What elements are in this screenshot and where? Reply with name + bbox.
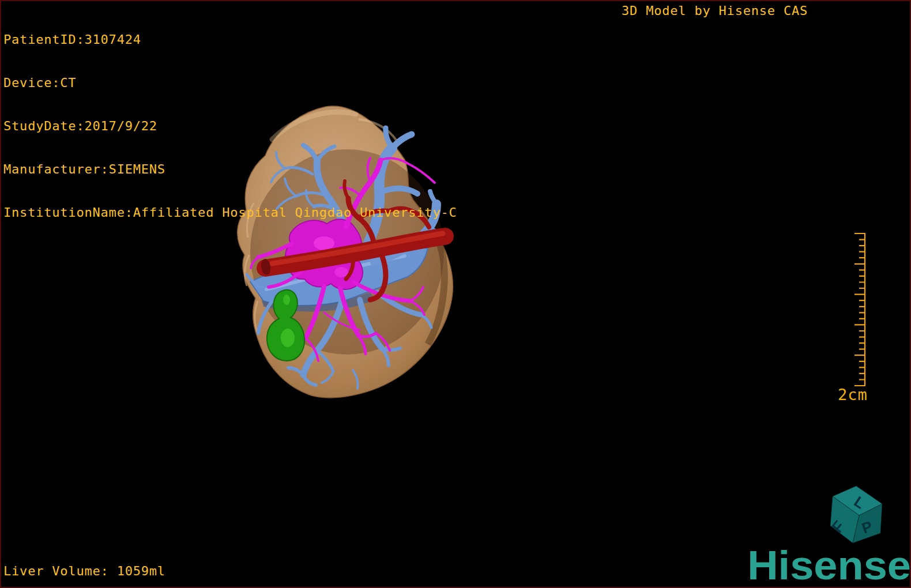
ruler-minor-ticks	[859, 240, 865, 380]
patient-id: PatientID:3107424	[3, 32, 457, 47]
ruler-scale-label: 2cm	[838, 386, 868, 404]
institution-name: InstitutionName:Affiliated Hospital Qing…	[3, 205, 457, 220]
liver-volume-readout: Liver Volume: 1059ml	[3, 564, 165, 578]
watermark-text: 3D Model by Hisense CAS	[622, 3, 808, 18]
hisense-logo: Hisense	[747, 545, 911, 586]
device: Device:CT	[3, 76, 457, 90]
study-date: StudyDate:2017/9/22	[3, 119, 457, 133]
viewer-window: PatientID:3107424 Device:CT StudyDate:20…	[0, 0, 911, 588]
ruler-major-ticks	[854, 264, 865, 355]
ruler-line	[854, 233, 865, 386]
orientation-cube[interactable]: L F P	[819, 478, 894, 551]
scale-ruler: 2cm	[829, 227, 875, 407]
manufacturer: Manufacturer:SIEMENS	[3, 162, 457, 176]
patient-info-block: PatientID:3107424 Device:CT StudyDate:20…	[3, 3, 457, 248]
